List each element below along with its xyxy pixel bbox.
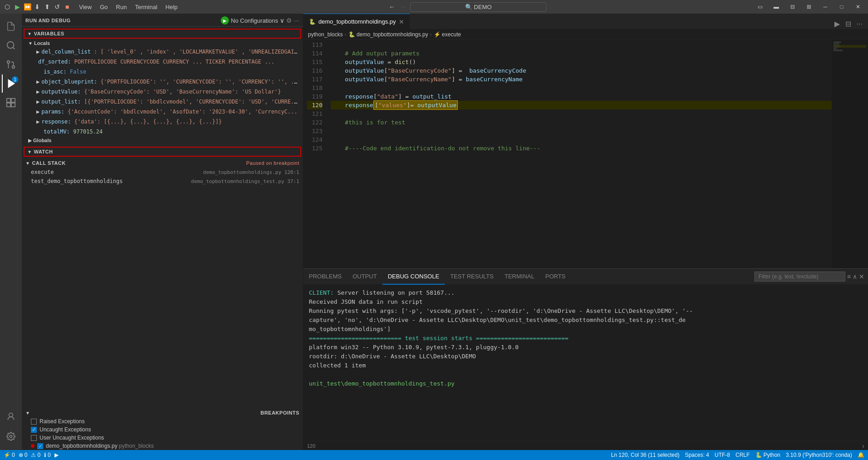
- code-line-116: outputValue["BaseCurrencyCode"] = baseCu…: [331, 66, 832, 75]
- menu-run[interactable]: Run: [112, 3, 130, 11]
- status-language[interactable]: 🐍 Python: [755, 452, 780, 458]
- tab-output[interactable]: OUTPUT: [347, 269, 382, 285]
- callstack-item-test[interactable]: test_demo_topbottomnholdings demo_topbot…: [22, 177, 303, 186]
- bp-user-uncaught-checkbox[interactable]: [31, 435, 37, 441]
- tab-test-results[interactable]: TEST RESULTS: [445, 269, 499, 285]
- breakpoints-header[interactable]: ▼ BREAKPOINTS: [22, 408, 303, 417]
- tab-bar-actions: ▶ ⊟ ···: [833, 19, 868, 29]
- step-over-icon[interactable]: ⏩: [24, 3, 31, 10]
- tab-problems[interactable]: PROBLEMS: [303, 269, 347, 285]
- watch-label: WATCH: [34, 149, 53, 154]
- callstack-item-execute[interactable]: execute demo_topbottomnholdings.py 120:1: [22, 168, 303, 177]
- tab-debug-console[interactable]: DEBUG CONSOLE: [382, 269, 445, 285]
- console-line-6: platform win32 -- Python 3.10.9, pytest-…: [309, 343, 863, 352]
- status-run-debug-btn[interactable]: ▶: [55, 452, 59, 458]
- account-activity-icon[interactable]: [2, 407, 20, 425]
- bp-raised-checkbox[interactable]: [31, 419, 37, 425]
- line-ending-text: CRLF: [735, 452, 749, 458]
- var-output-value[interactable]: ▶outputValue: {'BaseCurrencyCode': 'USD'…: [22, 87, 303, 97]
- var-params[interactable]: ▶params: {'AccountCode': 'bbdlcvmodel', …: [22, 107, 303, 117]
- bp-uncaught-checkbox[interactable]: ✓: [31, 427, 37, 433]
- var-output-list[interactable]: ▶output_list: [{'PORTFOLIOCODE': 'bbdlcv…: [22, 97, 303, 107]
- customize-layout-btn[interactable]: ⊞: [803, 0, 815, 13]
- panel-collapse-icon[interactable]: ∧: [853, 273, 857, 280]
- status-notifications[interactable]: 🔔: [858, 452, 864, 458]
- code-line-117: outputValue["BaseCurrencyName"] = baseCu…: [331, 75, 832, 84]
- close-button[interactable]: ✕: [852, 0, 864, 13]
- command-palette[interactable]: 🔍 DEMO: [410, 2, 546, 12]
- nav-forward-button[interactable]: →: [399, 3, 407, 10]
- menu-view[interactable]: View: [75, 3, 95, 11]
- status-python-version[interactable]: 3.10.9 ('Python310': conda): [786, 452, 852, 458]
- status-warnings[interactable]: ⚠ 0: [31, 452, 40, 458]
- breadcrumb-python-blocks[interactable]: python_blocks: [308, 31, 343, 38]
- app-menu-icon[interactable]: ⬡: [4, 3, 11, 10]
- step-out-icon[interactable]: ⬆: [44, 3, 51, 10]
- minimize-button[interactable]: ─: [819, 0, 832, 13]
- bp-raised-exceptions[interactable]: Raised Exceptions: [22, 417, 303, 425]
- panel-close-icon[interactable]: ✕: [859, 273, 864, 280]
- layout-panel-btn[interactable]: ▬: [770, 0, 783, 13]
- var-response[interactable]: ▶response: {'data': [{...}, {...}, {...}…: [22, 117, 303, 127]
- status-debug-indicator[interactable]: ⚡ 0: [4, 452, 15, 458]
- layout-split-btn[interactable]: ⊟: [786, 0, 799, 13]
- var-total-mv[interactable]: totalMV: 977015.24: [22, 127, 303, 137]
- tab-close-icon[interactable]: ✕: [399, 18, 404, 25]
- breadcrumb-function[interactable]: ⚡ execute: [434, 31, 461, 38]
- step-into-icon[interactable]: ⬇: [34, 3, 41, 10]
- maximize-button[interactable]: □: [835, 0, 848, 13]
- menu-go[interactable]: Go: [96, 3, 111, 11]
- var-del-column-list[interactable]: ▶del_column_list : [ 'level_0' , 'index'…: [22, 47, 303, 57]
- start-debug-button[interactable]: ▶: [221, 16, 229, 25]
- settings-activity-icon[interactable]: [2, 427, 20, 445]
- variables-header[interactable]: ▼ VARIABLES: [24, 29, 301, 39]
- scroll-right-icon[interactable]: ›: [862, 442, 864, 450]
- menu-terminal[interactable]: Terminal: [131, 3, 161, 11]
- stop-icon[interactable]: ■: [64, 3, 71, 10]
- source-control-activity-icon[interactable]: [2, 55, 20, 74]
- editor-tab-demo[interactable]: 🐍 demo_topbottomnholdings.py ✕: [303, 14, 410, 29]
- explorer-activity-icon[interactable]: [2, 17, 20, 35]
- config-more-icon[interactable]: ···: [294, 17, 299, 24]
- panel-list-view-icon[interactable]: ≡: [847, 273, 851, 280]
- var-object-blueprint[interactable]: ▶object_blueprint: {'PORTFOLIOCODE': '',…: [22, 77, 303, 87]
- var-is-asc[interactable]: is_asc: False: [22, 67, 303, 77]
- var-df-sorted[interactable]: df_sorted: PORTFOLIOCODE CURRENCYCODE CU…: [22, 57, 303, 67]
- status-encoding[interactable]: UTF-8: [714, 452, 730, 458]
- status-line-col[interactable]: Ln 120, Col 36 (11 selected): [611, 452, 680, 458]
- restart-icon[interactable]: ↺: [54, 3, 61, 10]
- run-in-editor-icon[interactable]: ▶: [833, 19, 842, 29]
- status-info[interactable]: ℹ 0: [44, 452, 51, 458]
- debug-activity-icon[interactable]: 1: [2, 74, 20, 93]
- config-chevron-icon[interactable]: ∨: [280, 17, 284, 24]
- breakpoints-label: BREAKPOINTS: [260, 410, 299, 415]
- breadcrumb-file[interactable]: 🐍 demo_topbottomnholdings.py: [348, 31, 428, 38]
- bp-uncaught-label: Uncaught Exceptions: [40, 426, 91, 433]
- run-debug-icon[interactable]: ▶: [14, 3, 21, 10]
- nav-back-button[interactable]: ←: [388, 3, 396, 10]
- encoding-text: UTF-8: [714, 452, 730, 458]
- config-gear-icon[interactable]: ⚙: [286, 17, 292, 24]
- status-errors[interactable]: ⊗ 0: [19, 452, 28, 458]
- tab-terminal[interactable]: TERMINAL: [499, 269, 540, 285]
- bp-demo-file[interactable]: ✓ demo_topbottomnholdings.py python_bloc…: [22, 442, 303, 450]
- bp-uncaught-exceptions[interactable]: ✓ Uncaught Exceptions: [22, 425, 303, 434]
- globals-group[interactable]: ▶ Globals: [22, 137, 303, 144]
- callstack-header[interactable]: ▼ CALL STACK Paused on breakpoint: [22, 158, 303, 168]
- layout-sidebar-btn[interactable]: ▭: [754, 0, 766, 13]
- status-spaces[interactable]: Spaces: 4: [685, 452, 709, 458]
- locals-group[interactable]: ▼ Locals: [22, 40, 303, 47]
- search-activity-icon[interactable]: [2, 36, 20, 54]
- status-line-ending[interactable]: CRLF: [735, 452, 749, 458]
- tab-ports[interactable]: PORTS: [540, 269, 571, 285]
- callstack-func-execute: execute: [31, 169, 54, 175]
- extensions-activity-icon[interactable]: [2, 94, 20, 112]
- menu-help[interactable]: Help: [162, 3, 181, 11]
- split-editor-icon[interactable]: ⊟: [843, 19, 853, 29]
- more-actions-icon[interactable]: ···: [855, 19, 864, 29]
- editor-area: 🐍 demo_topbottomnholdings.py ✕ ▶ ⊟ ··· p…: [303, 14, 868, 450]
- bp-demo-checkbox[interactable]: ✓: [37, 443, 43, 449]
- filter-input[interactable]: [754, 272, 845, 282]
- watch-header[interactable]: ▼ WATCH: [24, 147, 301, 157]
- bp-user-uncaught[interactable]: User Uncaught Exceptions: [22, 434, 303, 442]
